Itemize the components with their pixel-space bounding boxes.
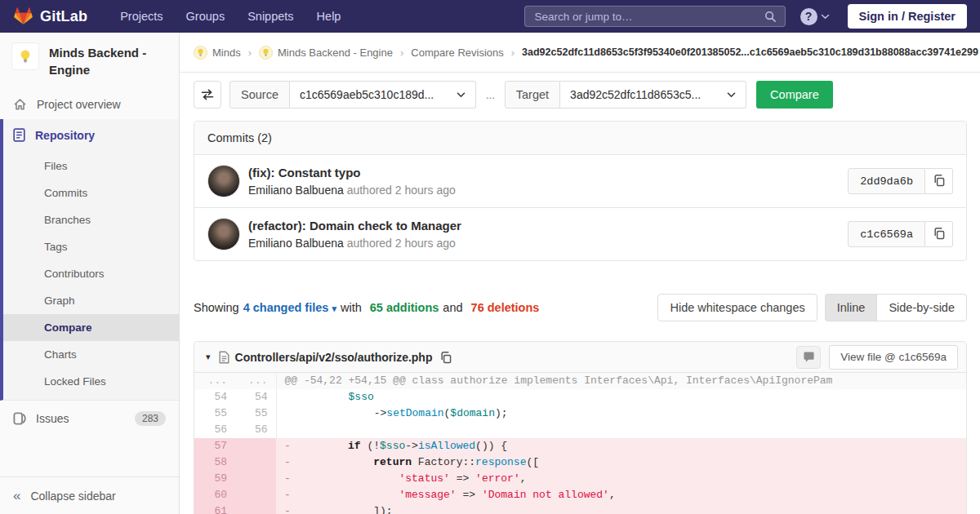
breadcrumb-separator: › (248, 47, 252, 59)
breadcrumb-item-minds-backend-engine[interactable]: Minds Backend - Engine (259, 46, 393, 60)
sidebar-item-charts[interactable]: Charts (3, 341, 179, 368)
gitlab-brand[interactable]: GitLab (13, 7, 87, 26)
sidebar-item-repository[interactable]: Repository (3, 119, 179, 151)
project-mini-avatar (194, 46, 207, 60)
diff-old-line-number[interactable]: 58 (194, 454, 235, 471)
diff-new-line-number[interactable]: 54 (235, 389, 276, 405)
commit-author-avatar (207, 218, 240, 250)
brand-title: GitLab (40, 8, 87, 25)
diff-new-line-number[interactable]: ... (235, 373, 276, 389)
diff-code: - ]); (276, 503, 966, 514)
sidebar-item-contributors[interactable]: Contributors (3, 260, 179, 287)
collapse-sidebar-button[interactable]: « Collapse sidebar (0, 477, 179, 514)
breadcrumb-item-minds[interactable]: Minds (194, 46, 241, 60)
sidebar-item-compare[interactable]: Compare (3, 314, 179, 341)
toggle-comments-button[interactable] (796, 346, 821, 369)
copy-sha-button[interactable] (925, 221, 953, 247)
help-icon: ? (800, 8, 817, 25)
copy-icon (933, 227, 946, 242)
sidebar-item-label: Issues (36, 412, 125, 425)
diff-marker (285, 407, 298, 419)
diff-old-line-number[interactable]: ... (194, 373, 235, 389)
side-by-side-view-button[interactable]: Side-by-side (876, 294, 967, 321)
compare-button[interactable]: Compare (756, 81, 833, 109)
diff-marker: - (284, 489, 297, 501)
breadcrumb-item-label: Compare Revisions (411, 47, 503, 59)
chevron-down-icon (727, 92, 736, 98)
code-segment: Factory:: (412, 456, 475, 468)
top-navbar: GitLab ProjectsGroupsSnippetsHelp ? Sign… (0, 0, 980, 33)
diff-line: 59- 'status' => 'error', (194, 471, 966, 487)
nav-link-projects[interactable]: Projects (110, 5, 172, 28)
diff-new-line-number[interactable] (235, 438, 276, 454)
sidebar-item-commits[interactable]: Commits (3, 179, 179, 206)
diff-line: ......@@ -54,22 +54,15 @@ class authoriz… (194, 373, 966, 389)
diff-marker: - (284, 472, 297, 485)
diff-new-line-number[interactable] (235, 471, 276, 487)
sidebar-item-issues[interactable]: Issues 283 (0, 401, 179, 436)
commits-card: Commits (2) (fix): Constant typoEmiliano… (194, 121, 967, 261)
code-segment: $sso (380, 440, 405, 452)
swap-arrows-icon (201, 89, 214, 100)
commit-list: (fix): Constant typoEmiliano Balbuena au… (194, 155, 966, 260)
diff-new-line-number[interactable] (235, 487, 276, 503)
diff-new-line-number[interactable] (235, 454, 276, 471)
sign-in-register-button[interactable]: Sign in / Register (848, 4, 967, 29)
file-path[interactable]: Controllers/api/v2/sso/authorize.php (235, 351, 433, 364)
commit-author-link[interactable]: Emiliano Balbuena (248, 184, 344, 197)
commits-header: Commits (2) (194, 122, 966, 155)
copy-path-icon[interactable] (439, 351, 452, 364)
diff-new-line-number[interactable]: 56 (235, 422, 276, 438)
project-header[interactable]: Minds Backend - Engine (0, 33, 179, 90)
nav-link-help[interactable]: Help (307, 5, 351, 28)
target-ref-dropdown[interactable]: 3ad92c52dfc11d8653c5... (560, 81, 746, 109)
collapse-sidebar-label: Collapse sidebar (30, 490, 115, 503)
source-ref-dropdown[interactable]: c1c6569aeb5c310c189d... (290, 81, 476, 109)
code-segment: isAllowed (418, 440, 475, 452)
nav-link-snippets[interactable]: Snippets (238, 5, 303, 28)
sidebar-item-branches[interactable]: Branches (3, 206, 179, 233)
diff-old-line-number[interactable]: 61 (194, 503, 235, 514)
and-label: and (443, 301, 462, 314)
view-file-button[interactable]: View file @ c1c6569a (829, 345, 958, 370)
diff-old-line-number[interactable]: 54 (194, 389, 235, 405)
search-input[interactable] (533, 10, 764, 24)
sidebar-item-files[interactable]: Files (3, 153, 179, 179)
hide-whitespace-button[interactable]: Hide whitespace changes (657, 294, 817, 321)
commit-title-link[interactable]: (fix): Constant typo (248, 166, 848, 179)
diff-old-line-number[interactable]: 56 (194, 422, 235, 438)
swap-revisions-button[interactable] (194, 81, 221, 109)
global-search[interactable] (524, 6, 786, 27)
inline-view-button[interactable]: Inline (825, 294, 877, 321)
source-label: Source (229, 81, 290, 109)
diff-new-line-number[interactable] (235, 503, 276, 514)
diff-old-line-number[interactable]: 59 (194, 471, 235, 487)
diff-old-line-number[interactable]: 60 (194, 487, 235, 503)
sidebar-item-graph[interactable]: Graph (3, 287, 179, 314)
sidebar-item-tags[interactable]: Tags (3, 233, 179, 260)
sidebar-item-project-overview[interactable]: Project overview (0, 90, 179, 119)
repository-subnav: FilesCommitsBranchesTagsContributorsGrap… (3, 151, 179, 400)
collapse-file-caret-icon[interactable]: ▾ (206, 352, 211, 362)
breadcrumb-item-compare-revisions[interactable]: Compare Revisions (411, 47, 503, 59)
diff-code: ->setDomain($domain); (276, 405, 966, 422)
sidebar-item-locked-files[interactable]: Locked Files (3, 368, 179, 395)
code-segment: , (609, 489, 616, 501)
diff-old-line-number[interactable]: 55 (194, 405, 235, 422)
copy-icon (933, 174, 946, 189)
help-menu[interactable]: ? (800, 8, 830, 25)
code-segment: ); (495, 407, 508, 419)
commit-title-link[interactable]: (refactor): Domain check to Manager (248, 219, 848, 233)
breadcrumb-separator: › (400, 47, 403, 59)
commit-author-link[interactable]: Emiliano Balbuena (248, 237, 344, 250)
copy-sha-button[interactable] (925, 168, 953, 194)
diff-new-line-number[interactable]: 55 (235, 405, 276, 422)
changed-files-dropdown[interactable]: 4 changed files ▾ (243, 301, 336, 314)
project-name: Minds Backend - Engine (49, 42, 166, 78)
left-sidebar: Minds Backend - Engine Project overview … (0, 33, 180, 514)
diff-old-line-number[interactable]: 57 (194, 438, 235, 454)
diff-marker: - (284, 440, 297, 452)
diff-marker: - (284, 456, 297, 468)
diff-code: $sso (276, 389, 966, 405)
nav-link-groups[interactable]: Groups (176, 5, 235, 28)
